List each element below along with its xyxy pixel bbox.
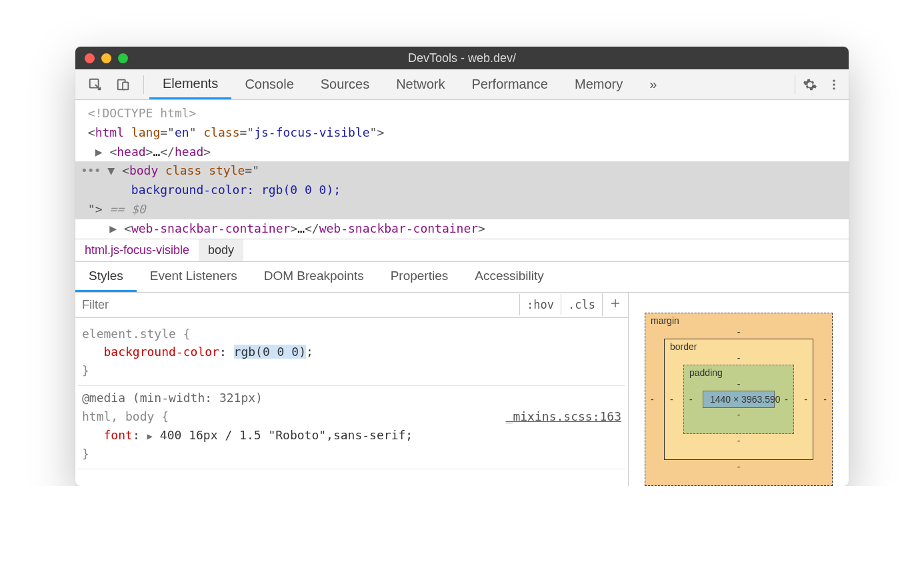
tab-memory[interactable]: Memory [561,69,636,99]
crumb-html[interactable]: html.js-focus-visible [75,239,199,261]
expand-triangle-icon[interactable]: ▶ [109,219,117,239]
svg-rect-2 [123,82,128,89]
maximize-window-button[interactable] [118,53,128,63]
style-rules[interactable]: element.style { background-color: rgb(0 … [75,318,628,473]
tab-network[interactable]: Network [383,69,458,99]
box-model[interactable]: margin - - - border - - - padding - - - [629,293,849,486]
head-node[interactable]: ▶ <head>…</head> [81,143,843,162]
svg-point-4 [833,83,835,85]
traffic-lights [85,53,128,63]
close-window-button[interactable] [85,53,95,63]
hov-toggle[interactable]: :hov [519,294,561,315]
tab-overflow[interactable]: » [636,69,670,99]
tab-sources[interactable]: Sources [307,69,383,99]
main-toolbar: Elements Console Sources Network Perform… [75,69,849,100]
subtab-accessibility[interactable]: Accessibility [461,262,557,292]
body-node-selected[interactable]: ••• ▼ <body class style=" background-col… [75,161,849,219]
tab-console[interactable]: Console [231,69,307,99]
styles-subtabs: Styles Event Listeners DOM Breakpoints P… [75,262,849,293]
device-toolbar-icon[interactable] [114,75,133,94]
new-style-rule-button[interactable] [602,293,628,316]
tab-performance[interactable]: Performance [459,69,562,99]
main-tabs: Elements Console Sources Network Perform… [149,69,789,99]
subtab-event-listeners[interactable]: Event Listeners [137,262,251,292]
devtools-window: DevTools - web.dev/ Elements Console Sou… [75,47,849,486]
snackbar-node[interactable]: ▶ <web-snackbar-container>…</web-snackba… [81,219,843,239]
filter-row: :hov .cls [75,293,628,318]
dom-tree[interactable]: <!DOCTYPE html> <html lang="en" class="j… [75,100,849,239]
titlebar: DevTools - web.dev/ [75,47,849,69]
collapse-triangle-icon[interactable]: ▼ [107,161,115,181]
cls-toggle[interactable]: .cls [561,294,602,315]
subtab-properties[interactable]: Properties [377,262,462,292]
svg-point-5 [833,87,835,89]
styles-pane: :hov .cls element.style { background-col… [75,293,849,486]
settings-icon[interactable] [801,75,819,94]
inspect-element-icon[interactable] [86,75,105,94]
doctype-node[interactable]: <!DOCTYPE html> [88,106,197,120]
html-node[interactable]: <html lang="en" class="js-focus-visible"… [81,123,843,143]
element-style-rule[interactable]: element.style { background-color: rgb(0 … [78,322,625,387]
box-model-border[interactable]: border - - - padding - - - 1440 × 3963.5… [664,339,813,460]
tab-elements[interactable]: Elements [149,69,231,99]
window-title: DevTools - web.dev/ [75,51,849,65]
minimize-window-button[interactable] [101,53,111,63]
toolbar-divider [143,75,144,94]
subtab-dom-breakpoints[interactable]: DOM Breakpoints [251,262,377,292]
subtab-styles[interactable]: Styles [75,262,137,292]
box-model-content[interactable]: 1440 × 3963.590 [703,391,775,408]
media-rule[interactable]: @media (min-width: 321px) html, body {_m… [78,386,625,469]
kebab-menu-icon[interactable] [825,75,843,94]
expand-triangle-icon[interactable]: ▶ [147,429,153,444]
toolbar-divider [795,75,795,94]
expand-triangle-icon[interactable]: ▶ [95,143,103,162]
box-model-padding[interactable]: padding - - - 1440 × 3963.590 - [683,365,794,434]
styles-filter-input[interactable] [75,293,519,317]
crumb-body[interactable]: body [199,239,243,261]
box-model-margin[interactable]: margin - - - border - - - padding - - - [645,313,833,486]
breadcrumb: html.js-focus-visible body [75,239,849,262]
source-link[interactable]: _mixins.scss:163 [506,407,621,426]
svg-point-3 [833,79,835,81]
